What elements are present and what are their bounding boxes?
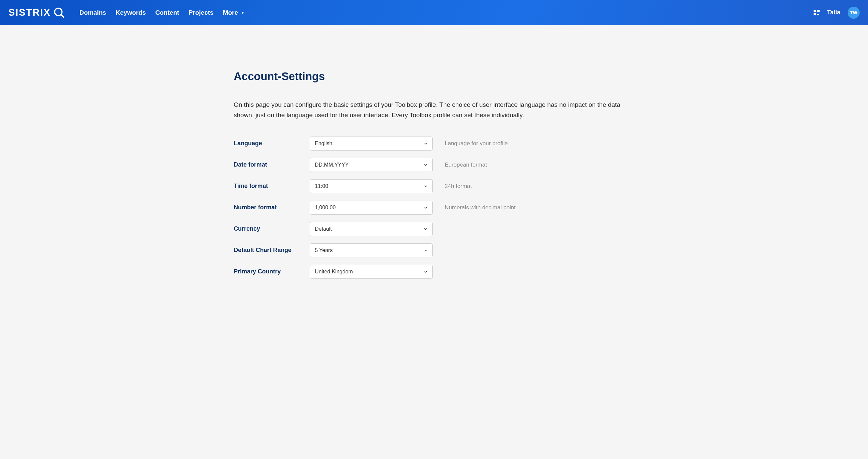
label-language: Language [234, 140, 310, 147]
page-description: On this page you can configure the basic… [234, 99, 634, 121]
nav-projects[interactable]: Projects [189, 9, 214, 17]
nav-more[interactable]: More ▼ [223, 9, 245, 17]
row-primary-country: Primary Country United Kingdom [234, 265, 634, 279]
hint-number-format: Numerals with decimal point [445, 204, 516, 211]
label-date-format: Date format [234, 161, 310, 168]
date-format-select[interactable]: DD.MM.YYYY [310, 158, 433, 172]
label-primary-country: Primary Country [234, 268, 310, 275]
select-wrapper-default-chart-range: 5 Years [310, 243, 433, 257]
label-currency: Currency [234, 225, 310, 232]
nav-more-label: More [223, 9, 238, 17]
default-chart-range-select[interactable]: 5 Years [310, 243, 433, 257]
caret-down-icon: ▼ [241, 10, 245, 15]
apps-grid-icon[interactable] [814, 10, 819, 16]
logo[interactable]: SISTRIX [8, 6, 65, 19]
search-icon [53, 6, 65, 19]
hint-date-format: European format [445, 161, 487, 168]
main-nav: Domains Keywords Content Projects More ▼ [80, 9, 245, 17]
language-select[interactable]: English [310, 136, 433, 151]
time-format-select[interactable]: 11:00 [310, 179, 433, 193]
header-left: SISTRIX Domains Keywords Content Project… [8, 6, 245, 19]
row-time-format: Time format 11:00 24h format [234, 179, 634, 193]
label-time-format: Time format [234, 183, 310, 190]
select-wrapper-primary-country: United Kingdom [310, 265, 433, 279]
select-wrapper-currency: Default [310, 222, 433, 236]
row-date-format: Date format DD.MM.YYYY European format [234, 158, 634, 172]
main-content: Account-Settings On this page you can co… [227, 25, 641, 300]
nav-keywords[interactable]: Keywords [116, 9, 146, 17]
svg-line-1 [61, 15, 64, 18]
username[interactable]: Talia [827, 9, 840, 16]
hint-time-format: 24h format [445, 183, 472, 190]
number-format-select[interactable]: 1,000.00 [310, 201, 433, 215]
page-title: Account-Settings [234, 70, 634, 83]
row-number-format: Number format 1,000.00 Numerals with dec… [234, 201, 634, 215]
primary-country-select[interactable]: United Kingdom [310, 265, 433, 279]
currency-select[interactable]: Default [310, 222, 433, 236]
svg-point-0 [54, 8, 62, 16]
avatar[interactable]: TW [848, 7, 860, 19]
row-currency: Currency Default [234, 222, 634, 236]
row-language: Language English Language for your profi… [234, 136, 634, 151]
logo-text: SISTRIX [8, 7, 51, 18]
label-number-format: Number format [234, 204, 310, 211]
header-right: Talia TW [814, 7, 860, 19]
label-default-chart-range: Default Chart Range [234, 247, 310, 254]
select-wrapper-time-format: 11:00 [310, 179, 433, 193]
select-wrapper-language: English [310, 136, 433, 151]
top-header: SISTRIX Domains Keywords Content Project… [0, 0, 868, 25]
select-wrapper-date-format: DD.MM.YYYY [310, 158, 433, 172]
row-default-chart-range: Default Chart Range 5 Years [234, 243, 634, 257]
hint-language: Language for your profile [445, 140, 508, 147]
nav-content[interactable]: Content [155, 9, 179, 17]
nav-domains[interactable]: Domains [80, 9, 106, 17]
select-wrapper-number-format: 1,000.00 [310, 201, 433, 215]
